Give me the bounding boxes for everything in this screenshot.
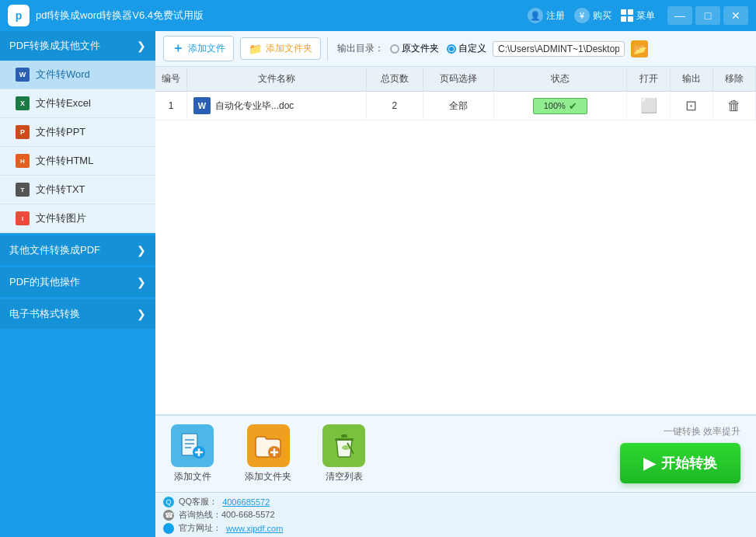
cell-remove: 🗑 xyxy=(712,92,755,120)
output-file-button[interactable]: ⊡ xyxy=(685,98,697,113)
col-remove: 移除 xyxy=(712,67,755,92)
add-folder-label: 添加文件夹 xyxy=(266,42,312,55)
cell-open: ⬜ xyxy=(627,92,670,120)
play-icon: ▶ xyxy=(643,454,655,472)
close-button[interactable]: ✕ xyxy=(723,6,748,25)
sidebar-item-html-label: 文件转HTML xyxy=(36,154,93,168)
toolbar: ＋ 添加文件 📁 添加文件夹 输出目录： 原文件夹 xyxy=(155,31,756,67)
footer-web: 🌐 官方网址： www.xjpdf.com xyxy=(163,522,748,534)
sidebar-section-pdf-ops-label: PDF的其他操作 xyxy=(9,275,80,289)
clear-list-svg-icon xyxy=(330,432,358,460)
start-convert-label: 开始转换 xyxy=(661,454,717,472)
open-folder-button[interactable]: 📂 xyxy=(631,40,648,58)
sidebar-section-pdf-to-other-header[interactable]: PDF转换成其他文件 ❯ xyxy=(0,31,155,61)
folder-open-icon: 📂 xyxy=(633,43,646,55)
app-logo: p xyxy=(8,5,30,26)
content-area: ＋ 添加文件 📁 添加文件夹 输出目录： 原文件夹 xyxy=(155,31,756,537)
radio-original[interactable]: 原文件夹 xyxy=(390,42,439,55)
bottom-clear-icon xyxy=(322,424,365,467)
add-folder-icon: 📁 xyxy=(249,43,262,55)
svg-rect-11 xyxy=(335,438,354,441)
chevron-other-to-pdf-icon: ❯ xyxy=(137,244,146,256)
ppt-icon: P xyxy=(16,125,30,139)
menu-action[interactable]: 菜单 xyxy=(621,9,655,23)
add-file-plus-icon: ＋ xyxy=(172,40,184,57)
buy-action[interactable]: ¥ 购买 xyxy=(574,8,611,23)
radio-custom-circle xyxy=(447,44,456,54)
col-pages: 总页数 xyxy=(366,67,423,92)
bottom-add-folder-icon xyxy=(247,424,290,467)
chevron-pdf-to-other-icon: ❯ xyxy=(137,40,146,52)
register-action[interactable]: 👤 注册 xyxy=(528,8,565,23)
web-icon: 🌐 xyxy=(163,523,174,534)
table-row: 1 W 自动化专业毕...doc 2 全部 100 xyxy=(155,92,756,120)
footer-qq-link[interactable]: 4006685572 xyxy=(222,497,270,507)
footer-web-link[interactable]: www.xjpdf.com xyxy=(226,524,283,533)
titlebar-actions: 👤 注册 ¥ 购买 菜单 xyxy=(528,8,655,23)
start-convert-button[interactable]: ▶ 开始转换 xyxy=(620,443,740,483)
bottom-clear-button[interactable]: 清空列表 xyxy=(322,424,365,483)
sidebar-section-pdf-to-other-label: PDF转换成其他文件 xyxy=(9,39,100,53)
radio-custom[interactable]: 自定义 xyxy=(447,42,486,55)
register-label: 注册 xyxy=(546,9,565,23)
footer-phone-label: 咨询热线：400-668-5572 xyxy=(179,509,275,521)
sidebar-item-html[interactable]: H 文件转HTML xyxy=(0,147,155,176)
add-folder-svg-icon xyxy=(254,434,282,459)
minimize-button[interactable]: — xyxy=(667,6,692,25)
chevron-pdf-ops-icon: ❯ xyxy=(137,276,146,288)
sidebar-section-pdf-ops-header[interactable]: PDF的其他操作 ❯ xyxy=(0,267,155,297)
cell-filename: W 自动化专业毕...doc xyxy=(187,92,367,120)
file-type-icon: W xyxy=(193,97,211,114)
add-folder-button[interactable]: 📁 添加文件夹 xyxy=(240,37,321,60)
output-path-input[interactable] xyxy=(493,41,625,57)
footer-qq-label: QQ客服： xyxy=(179,496,218,507)
col-open: 打开 xyxy=(627,67,670,92)
txt-icon: T xyxy=(16,183,30,197)
menu-label: 菜单 xyxy=(636,9,655,23)
radio-group: 原文件夹 自定义 xyxy=(390,42,486,55)
toolbar-divider xyxy=(327,37,328,61)
sidebar-item-ppt-label: 文件转PPT xyxy=(36,125,85,139)
buy-label: 购买 xyxy=(593,9,611,23)
sidebar-section-other-to-pdf-header[interactable]: 其他文件转换成PDF ❯ xyxy=(0,235,155,265)
col-pagesel: 页码选择 xyxy=(423,67,494,92)
status-bar: 100% ✔ xyxy=(533,98,587,114)
sidebar-item-txt[interactable]: T 文件转TXT xyxy=(0,176,155,204)
svg-point-14 xyxy=(342,445,350,450)
sidebar-section-other-to-pdf: 其他文件转换成PDF ❯ xyxy=(0,235,155,265)
bottom-add-file-button[interactable]: 添加文件 xyxy=(171,424,214,483)
sidebar-section-ebook-label: 电子书格式转换 xyxy=(9,307,80,321)
sidebar-item-word[interactable]: W 文件转Word xyxy=(0,61,155,89)
sidebar-item-word-label: 文件转Word xyxy=(36,68,90,82)
remove-file-button[interactable]: 🗑 xyxy=(727,98,741,113)
footer-qq: Q QQ客服： 4006685572 xyxy=(163,496,748,507)
cell-pagesel: 全部 xyxy=(423,92,494,120)
bottom-add-folder-button[interactable]: 添加文件夹 xyxy=(245,424,291,483)
buy-icon: ¥ xyxy=(574,8,590,23)
radio-original-circle xyxy=(390,44,399,54)
start-section: 一键转换 效率提升 ▶ 开始转换 xyxy=(620,425,740,483)
cell-status: 100% ✔ xyxy=(494,92,627,120)
sidebar-item-excel[interactable]: X 文件转Excel xyxy=(0,89,155,118)
sidebar-item-img[interactable]: I 文件转图片 xyxy=(0,204,155,233)
bottom-add-file-icon xyxy=(171,424,214,467)
main-layout: PDF转换成其他文件 ❯ W 文件转Word X 文件转Excel P 文件转P… xyxy=(0,31,756,537)
sidebar-item-ppt[interactable]: P 文件转PPT xyxy=(0,118,155,147)
file-table-area: 编号 文件名称 总页数 页码选择 状态 打开 输出 移除 1 xyxy=(155,67,756,414)
titlebar: p pdf转换成word转换器V6.4免费试用版 👤 注册 ¥ 购买 菜单 — … xyxy=(0,0,756,31)
sidebar-item-excel-label: 文件转Excel xyxy=(36,96,91,110)
add-file-label: 添加文件 xyxy=(188,42,225,55)
file-table: 编号 文件名称 总页数 页码选择 状态 打开 输出 移除 1 xyxy=(155,67,756,120)
sidebar-section-ebook-header[interactable]: 电子书格式转换 ❯ xyxy=(0,299,155,329)
status-check-icon: ✔ xyxy=(569,100,577,112)
restore-button[interactable]: □ xyxy=(695,6,720,25)
open-file-button[interactable]: ⬜ xyxy=(640,98,657,113)
sidebar-section-pdf-to-other: PDF转换成其他文件 ❯ W 文件转Word X 文件转Excel P 文件转P… xyxy=(0,31,155,233)
output-label: 输出目录： xyxy=(337,42,384,55)
add-file-button[interactable]: ＋ 添加文件 xyxy=(163,36,234,61)
status-bar-container: 100% ✔ xyxy=(500,98,620,114)
sidebar-item-txt-label: 文件转TXT xyxy=(36,183,85,197)
html-icon: H xyxy=(16,154,30,168)
bottom-add-folder-label: 添加文件夹 xyxy=(245,470,291,483)
bottom-add-file-label: 添加文件 xyxy=(174,470,211,483)
